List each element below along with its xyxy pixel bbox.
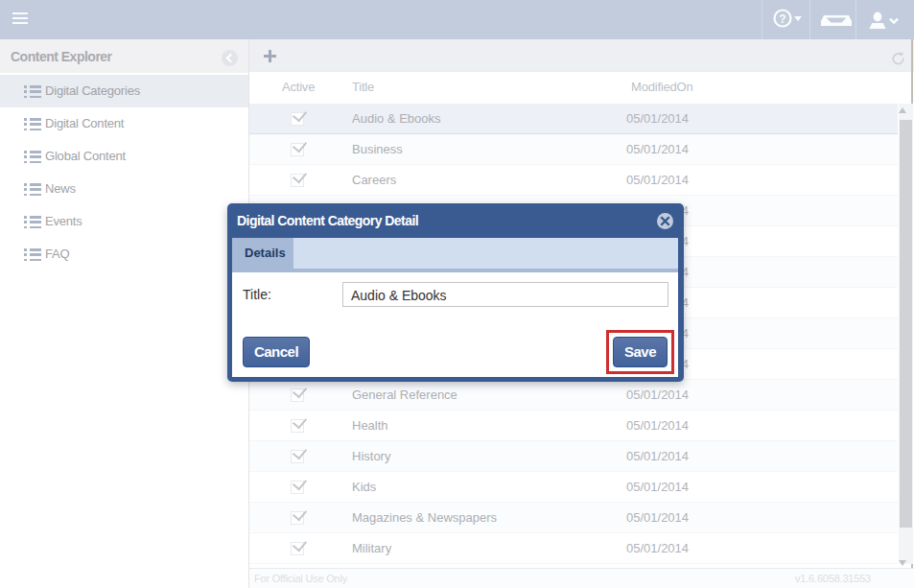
svg-text:?: ? <box>779 12 785 26</box>
